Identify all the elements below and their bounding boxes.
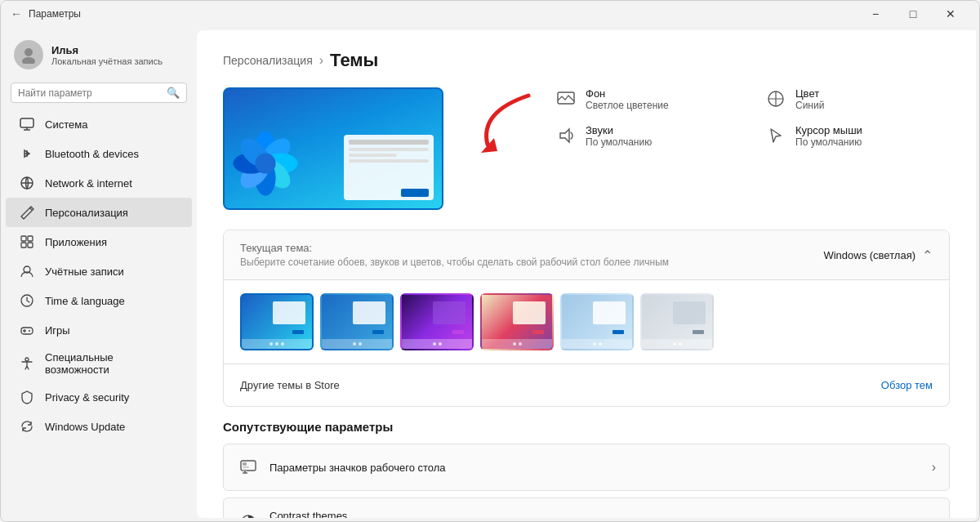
sidebar-item-update[interactable]: Windows Update xyxy=(6,412,192,441)
thumb-window-4 xyxy=(513,301,546,324)
theme-thumb-5[interactable] xyxy=(560,293,634,350)
theme-prop-color: Цвет Синий xyxy=(766,87,950,111)
close-button[interactable]: ✕ xyxy=(932,1,969,27)
theme-store-label: Другие темы в Store xyxy=(240,379,340,391)
breadcrumb-sep: › xyxy=(319,53,323,68)
svg-rect-30 xyxy=(243,462,247,466)
thumb-taskbar-2 xyxy=(322,339,392,349)
theme-header-right[interactable]: Windows (светлая) ⌃ xyxy=(823,248,933,263)
svg-point-1 xyxy=(22,57,35,64)
search-box[interactable]: 🔍 xyxy=(11,83,187,103)
theme-thumb-2[interactable] xyxy=(320,293,394,350)
maximize-button[interactable]: □ xyxy=(894,1,932,27)
settings-window: ← Параметры − □ ✕ Илья Локальная уч xyxy=(0,0,980,522)
taskbar-dot xyxy=(679,342,682,346)
sidebar-label-system: Система xyxy=(45,118,87,131)
chevron-up-icon: ⌃ xyxy=(922,248,933,263)
theme-header-left: Текущая тема: Выберите сочетание обоев, … xyxy=(240,242,669,268)
sidebar-item-time[interactable]: Time & language xyxy=(6,286,192,315)
taskbar-dot xyxy=(439,342,442,346)
color-icon xyxy=(766,89,786,109)
chevron-right-icon-contrast: › xyxy=(932,515,936,519)
theme-prop-sounds: Звуки По умолчанию xyxy=(556,124,740,148)
prop-name-color: Цвет xyxy=(795,87,824,100)
current-theme-value: Windows (светлая) xyxy=(823,249,915,261)
theme-preview-section: Фон Светлое цветение Цв xyxy=(223,87,950,210)
thumb-window-3 xyxy=(433,301,466,324)
thumb-btn-3 xyxy=(452,330,464,334)
sidebar-label-privacy: Privacy & security xyxy=(45,391,129,404)
background-icon xyxy=(556,89,576,109)
theme-thumb-3[interactable] xyxy=(400,293,474,350)
theme-properties: Фон Светлое цветение Цв xyxy=(556,87,950,148)
theme-thumb-6[interactable] xyxy=(640,293,714,350)
time-icon xyxy=(19,292,35,309)
sidebar-item-gaming[interactable]: Игры xyxy=(6,315,192,345)
thumb-btn-6 xyxy=(693,330,704,334)
desktop-icons-icon xyxy=(237,456,260,479)
prop-value-color: Синий xyxy=(795,100,824,111)
browse-themes-button[interactable]: Обзор тем xyxy=(881,376,933,395)
personalization-icon xyxy=(19,204,35,221)
sidebar-item-bluetooth[interactable]: Bluetooth & devices xyxy=(6,139,192,168)
taskbar-dot xyxy=(353,342,356,346)
sidebar-item-privacy[interactable]: Privacy & security xyxy=(6,382,192,412)
settings-item-left-contrast: Contrast themes Color themes for low vis… xyxy=(237,510,440,518)
taskbar-dot xyxy=(593,342,596,346)
thumb-window-2 xyxy=(353,301,385,324)
thumb-taskbar-4 xyxy=(482,339,552,349)
accounts-icon xyxy=(19,263,35,279)
theme-thumb-4[interactable] xyxy=(480,293,554,350)
svg-point-16 xyxy=(25,358,29,361)
svg-point-0 xyxy=(24,48,33,56)
sidebar-item-network[interactable]: Network & internet xyxy=(6,168,192,198)
theme-thumb-1[interactable] xyxy=(240,293,314,350)
prop-info-color: Цвет Синий xyxy=(795,87,824,111)
theme-prop-background: Фон Светлое цветение xyxy=(556,87,740,111)
sidebar-label-gaming: Игры xyxy=(45,324,70,337)
thumb-btn-5 xyxy=(612,330,624,334)
sounds-icon xyxy=(556,126,576,145)
desktop-icons-name: Параметры значков рабочего стола xyxy=(270,462,446,474)
sidebar-label-accessibility: Специальные возможности xyxy=(45,351,179,376)
search-input[interactable] xyxy=(18,87,162,99)
settings-item-contrast[interactable]: Contrast themes Color themes for low vis… xyxy=(223,497,950,518)
network-icon xyxy=(19,175,35,191)
sidebar-item-accessibility[interactable]: Специальные возможности xyxy=(6,345,192,382)
thumb-taskbar-3 xyxy=(402,339,472,349)
accessibility-icon xyxy=(19,355,35,372)
current-theme-desc: Выберите сочетание обоев, звуков и цвето… xyxy=(240,257,669,268)
back-icon[interactable]: ← xyxy=(11,7,22,20)
sidebar-label-accounts: Учётные записи xyxy=(45,265,124,278)
breadcrumb-parent[interactable]: Персонализация xyxy=(223,54,313,67)
thumb-window-6 xyxy=(673,301,706,324)
sidebar-item-system[interactable]: Система xyxy=(6,109,192,139)
title-bar-left: ← Параметры xyxy=(11,7,81,20)
minimize-button[interactable]: − xyxy=(857,1,894,27)
sidebar-label-time: Time & language xyxy=(45,295,125,307)
arrow-annotation xyxy=(463,87,537,161)
prop-info-cursor: Курсор мыши По умолчанию xyxy=(795,124,862,148)
sidebar-item-accounts[interactable]: Учётные записи xyxy=(6,257,192,286)
contrast-name: Contrast themes xyxy=(270,510,440,518)
related-title: Сопутствующие параметры xyxy=(223,420,950,434)
settings-item-desktop-icons[interactable]: Параметры значков рабочего стола › xyxy=(223,444,950,491)
thumb-btn-2 xyxy=(372,330,384,334)
svg-rect-31 xyxy=(243,466,249,468)
svg-rect-8 xyxy=(21,243,26,248)
search-icon: 🔍 xyxy=(167,87,180,99)
sidebar-item-personalization[interactable]: Персонализация xyxy=(6,198,192,227)
system-icon xyxy=(19,116,35,132)
theme-store-row: Другие темы в Store Обзор тем xyxy=(224,364,949,406)
sidebar-label-bluetooth: Bluetooth & devices xyxy=(45,148,139,160)
prop-info-sounds: Звуки По умолчанию xyxy=(586,124,652,148)
cursor-icon xyxy=(766,126,786,145)
prop-info-background: Фон Светлое цветение xyxy=(586,87,669,111)
update-icon xyxy=(19,418,35,435)
window-controls: − □ ✕ xyxy=(857,1,969,27)
main-layout: Илья Локальная учётная запись 🔍 xyxy=(1,27,979,521)
breadcrumb-current: Темы xyxy=(330,50,378,71)
thumb-taskbar-6 xyxy=(642,339,712,349)
breadcrumb: Персонализация › Темы xyxy=(223,50,950,71)
sidebar-item-apps[interactable]: Приложения xyxy=(6,227,192,257)
